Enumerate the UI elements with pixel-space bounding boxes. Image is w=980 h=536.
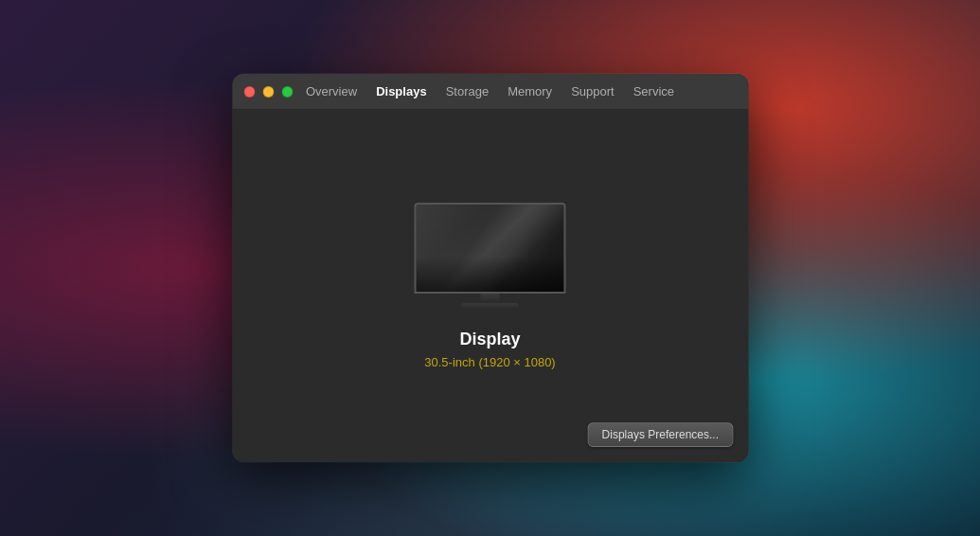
tab-overview[interactable]: Overview	[298, 80, 365, 102]
tab-displays[interactable]: Displays	[368, 80, 434, 102]
main-content: Display 30.5-inch (1920 × 1080) Displays…	[232, 110, 748, 462]
tab-storage[interactable]: Storage	[438, 80, 497, 102]
traffic-lights	[243, 86, 293, 98]
monitor-neck	[481, 294, 500, 303]
maximize-button[interactable]	[281, 86, 293, 98]
tab-service[interactable]: Service	[626, 80, 682, 102]
tab-bar: Overview Displays Storage Memory Support…	[243, 80, 737, 102]
monitor-graphic	[415, 203, 566, 307]
minimize-button[interactable]	[262, 86, 274, 98]
about-mac-window: Overview Displays Storage Memory Support…	[232, 74, 748, 462]
displays-preferences-button[interactable]: Displays Preferences...	[588, 422, 733, 447]
monitor-foot	[462, 303, 519, 309]
close-button[interactable]	[243, 86, 255, 98]
tab-memory[interactable]: Memory	[500, 80, 560, 102]
titlebar: Overview Displays Storage Memory Support…	[232, 74, 748, 110]
display-name: Display	[459, 330, 520, 349]
monitor-illustration	[415, 203, 566, 307]
display-resolution: 30.5-inch (1920 × 1080)	[424, 355, 555, 369]
tab-support[interactable]: Support	[563, 80, 622, 102]
monitor-screen	[415, 203, 566, 294]
